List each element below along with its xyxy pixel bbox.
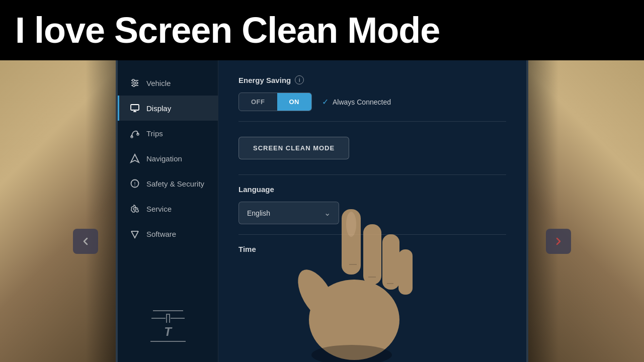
software-icon xyxy=(129,228,140,239)
language-section: Language English ⌄ xyxy=(238,185,506,224)
svg-text:!: ! xyxy=(134,181,135,187)
tesla-logo-area: T xyxy=(118,300,218,352)
svg-point-5 xyxy=(133,84,135,86)
sidebar-item-label-navigation: Navigation xyxy=(146,154,182,163)
navigation-icon xyxy=(129,153,140,164)
sliders-icon xyxy=(129,77,140,88)
time-label: Time xyxy=(238,245,506,253)
screen-clean-section: SCREEN CLEAN MODE xyxy=(238,132,506,164)
energy-toggle-group: OFF ON xyxy=(238,93,312,111)
energy-saving-info-icon[interactable]: i xyxy=(295,75,304,84)
svg-rect-6 xyxy=(131,105,139,110)
right-arrow-button[interactable] xyxy=(546,229,571,254)
sidebar-item-trips[interactable]: Trips xyxy=(118,121,218,146)
language-selected-value: English xyxy=(247,209,270,217)
sidebar-item-safety-security[interactable]: ! Safety & Security xyxy=(118,171,218,196)
sidebar-item-vehicle[interactable]: Vehicle xyxy=(118,70,218,96)
sidebar-item-label-vehicle: Vehicle xyxy=(146,79,171,87)
sidebar-item-service[interactable]: Service xyxy=(118,196,218,221)
energy-off-button[interactable]: OFF xyxy=(239,93,277,111)
energy-saving-label: Energy Saving i xyxy=(238,75,506,84)
sidebar-item-label-display: Display xyxy=(146,104,171,113)
divider-1 xyxy=(238,121,506,122)
sidebar-item-label-trips: Trips xyxy=(146,129,163,138)
tesla-screen: Vehicle Display xyxy=(116,60,528,362)
sidebar-item-label-safety: Safety & Security xyxy=(146,179,204,188)
svg-marker-11 xyxy=(131,154,139,162)
sidebar-item-navigation[interactable]: Navigation xyxy=(118,146,218,171)
left-arrow-button[interactable] xyxy=(73,229,98,254)
sidebar: Vehicle Display xyxy=(118,60,218,362)
svg-point-4 xyxy=(135,82,137,84)
top-bar: I love Screen Clean Mode xyxy=(0,0,644,60)
energy-saving-section: Energy Saving i OFF ON ✓ Always Connecte… xyxy=(238,75,506,111)
sidebar-item-label-service: Service xyxy=(146,205,172,213)
main-content: Energy Saving i OFF ON ✓ Always Connecte… xyxy=(218,60,526,362)
energy-toggle-row: OFF ON ✓ Always Connected xyxy=(238,93,506,111)
safety-icon: ! xyxy=(129,178,140,189)
time-section: Time xyxy=(238,245,506,253)
language-label: Language xyxy=(238,185,506,194)
svg-point-14 xyxy=(134,208,136,210)
divider-2 xyxy=(238,174,506,175)
energy-on-button[interactable]: ON xyxy=(277,93,312,111)
service-icon xyxy=(129,203,140,214)
language-dropdown[interactable]: English ⌄ xyxy=(238,202,339,224)
page-title: I love Screen Clean Mode xyxy=(15,10,440,51)
left-arrow-area xyxy=(70,60,101,362)
display-icon xyxy=(129,103,140,114)
sidebar-item-software[interactable]: Software xyxy=(118,221,218,246)
check-icon: ✓ xyxy=(322,97,329,107)
svg-point-3 xyxy=(132,79,134,81)
chevron-down-icon: ⌄ xyxy=(324,208,331,218)
sidebar-item-label-software: Software xyxy=(146,230,176,238)
always-connected: ✓ Always Connected xyxy=(322,97,391,107)
sidebar-item-display[interactable]: Display xyxy=(118,96,218,121)
screen-clean-mode-button[interactable]: SCREEN CLEAN MODE xyxy=(238,137,349,159)
divider-3 xyxy=(238,234,506,235)
trips-icon xyxy=(129,128,140,139)
right-arrow-area xyxy=(543,60,574,362)
